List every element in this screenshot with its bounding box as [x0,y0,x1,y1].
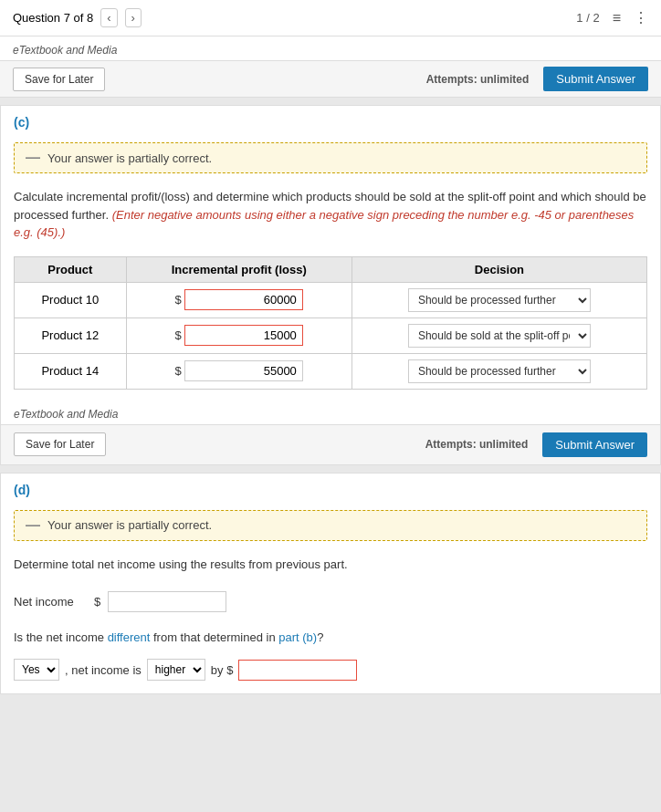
product-value-cell: $ [126,282,351,318]
product-value-input[interactable] [184,325,303,346]
section-c-label: (c) [1,106,660,135]
net-income-dollar: $ [94,595,100,609]
product-value-cell: $ [126,353,351,389]
higher-lower-select[interactable]: higher lower [147,659,205,681]
yes-row: Yes No , net income is higher lower by $ [1,651,660,693]
dollar-sign: $ [175,293,182,307]
section-c-panel: (c) — Your answer is partially correct. … [0,105,661,465]
net-income-input[interactable] [108,591,226,612]
section-d-minus-icon: — [26,518,40,533]
top-etextbook-label: eTextbook and Media [0,36,661,60]
product-decision-cell: Should be processed furtherShould be sol… [351,318,646,353]
section-c-footer: Save for Later Attempts: unlimited Submi… [1,424,660,464]
section-c-save-later[interactable]: Save for Later [14,432,106,456]
page-header: Question 7 of 8 ‹ › 1 / 2 ≡ ⋮ [0,0,661,36]
more-icon[interactable]: ⋮ [634,9,648,26]
product-value-cell: $ [126,318,351,353]
top-attempts-label: Attempts: unlimited [426,73,530,86]
section-c-question: Calculate incremental profit/(loss) and … [1,181,660,249]
pagination-label: 1 / 2 [576,11,599,25]
section-c-alert: — Your answer is partially correct. [14,142,647,173]
section-d-panel: (d) — Your answer is partially correct. … [0,473,661,695]
top-footer: Save for Later Attempts: unlimited Submi… [0,60,661,97]
header-right: 1 / 2 ≡ ⋮ [576,9,648,26]
section-c-etextbook: eTextbook and Media [1,401,660,424]
by-amount-input[interactable] [238,660,357,681]
top-submit-button[interactable]: Submit Answer [543,67,648,91]
col-header-decision: Decision [351,256,646,282]
top-save-later-button[interactable]: Save for Later [13,68,105,91]
product-decision-cell: Should be processed furtherShould be sol… [351,282,646,318]
product-decision-cell: Should be processed furtherShould be sol… [351,353,646,389]
top-section: eTextbook and Media Save for Later Attem… [0,36,661,98]
col-header-product: Product [15,256,127,282]
product-value-input[interactable] [184,289,303,310]
dollar-sign: $ [175,328,182,342]
section-c-submit[interactable]: Submit Answer [542,432,647,457]
product-name-cell: Product 14 [15,353,127,389]
part-b-highlight: part (b) [278,630,317,644]
section-d-alert: — Your answer is partially correct. [14,510,647,541]
list-icon[interactable]: ≡ [613,10,621,26]
by-text: by $ [211,663,234,677]
decision-select[interactable]: Should be processed furtherShould be sol… [408,359,591,383]
table-row: Product 14$Should be processed furtherSh… [15,353,647,389]
page-title: Question 7 of 8 [13,11,93,25]
section-d-label: (d) [1,474,660,503]
section-c-alert-text: Your answer is partially correct. [47,151,212,165]
product-name-cell: Product 10 [15,282,127,318]
net-income-label: Net income [14,595,87,609]
table-row: Product 12$Should be processed furtherSh… [15,318,647,353]
product-table: Product Incremental profit (loss) Decisi… [14,256,647,390]
section-d-alert-text: Your answer is partially correct. [47,518,212,532]
prev-button[interactable]: ‹ [100,8,117,27]
section-d-question: Determine total net income using the res… [1,548,660,581]
different-question: Is the net income different from that de… [1,623,660,651]
net-income-row: Net income $ [1,580,660,623]
yes-no-select[interactable]: Yes No [14,659,59,681]
section-c-attempts: Attempts: unlimited [425,438,529,451]
net-income-is-text: , net income is [65,663,142,677]
product-name-cell: Product 12 [15,318,127,353]
dollar-sign: $ [175,364,182,378]
next-button[interactable]: › [125,8,142,27]
different-highlight: different [108,630,151,644]
decision-select[interactable]: Should be processed furtherShould be sol… [408,288,591,312]
partial-minus-icon: — [26,151,40,165]
decision-select[interactable]: Should be processed furtherShould be sol… [408,324,591,348]
product-value-input[interactable] [184,360,303,381]
table-row: Product 10$Should be processed furtherSh… [15,282,647,318]
col-header-incremental: Incremental profit (loss) [126,256,351,282]
header-left: Question 7 of 8 ‹ › [13,8,142,27]
